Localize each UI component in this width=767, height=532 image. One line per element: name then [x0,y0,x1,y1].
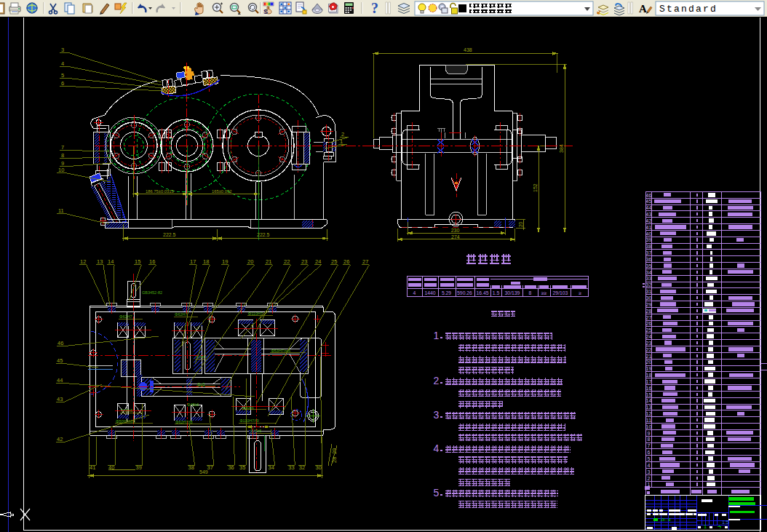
svg-text:Φo5: Φo5 [197,382,205,386]
svg-text:165±0.032: 165±0.032 [212,189,231,194]
svg-text:39: 39 [646,237,652,242]
svg-text:2: 2 [434,375,440,386]
svg-text:1: 1 [340,138,343,145]
svg-text:38: 38 [646,244,652,249]
svg-text:7: 7 [648,443,651,448]
svg-text:?: ? [371,0,378,16]
svg-text:186.75±0.0315: 186.75±0.0315 [146,189,174,194]
svg-text:45: 45 [646,199,652,204]
svg-text:24: 24 [646,334,652,339]
svg-text:25: 25 [646,327,652,333]
svg-text:22: 22 [646,347,652,352]
svg-text:3: 3 [434,409,440,421]
svg-text:14: 14 [108,258,114,265]
svg-text:Φ62H7: Φ62H7 [119,314,132,319]
svg-text:4: 4 [648,463,651,468]
svg-text:1:5: 1:5 [722,520,729,525]
svg-text:13: 13 [646,405,652,410]
svg-text:43: 43 [646,212,652,217]
svg-text:34: 34 [646,270,652,275]
svg-text:36: 36 [646,257,652,262]
svg-text:1.5: 1.5 [493,290,500,295]
svg-text:42: 42 [646,218,652,223]
svg-text:31: 31 [646,289,652,294]
svg-text:2: 2 [341,131,344,138]
svg-text:5: 5 [61,72,64,79]
svg-text:Φ110H7: Φ110H7 [248,311,263,316]
svg-text:GB3452-82: GB3452-82 [142,290,162,295]
svg-text:1: 1 [434,330,440,341]
svg-text:9: 9 [648,431,651,436]
svg-text:17: 17 [646,379,652,384]
svg-text:32: 32 [646,282,652,287]
svg-text:30/139: 30/139 [505,290,520,295]
svg-text:27: 27 [362,258,368,265]
svg-text:6: 6 [61,80,64,87]
svg-text:26: 26 [343,258,349,265]
svg-text:33: 33 [646,276,652,281]
svg-text:ZH--B: ZH--B [661,518,671,522]
svg-text:Φ45k6: Φ45k6 [187,402,199,407]
svg-text:21: 21 [266,258,271,265]
svg-text:35: 35 [646,263,652,269]
svg-text:40: 40 [646,231,652,237]
svg-text:18: 18 [646,373,652,378]
svg-text:9: 9 [61,160,64,167]
svg-text:16: 16 [149,258,155,265]
svg-text:24: 24 [315,258,321,265]
svg-text:7: 7 [61,144,64,151]
svg-text:230: 230 [451,228,460,233]
svg-text:274: 274 [451,234,460,239]
svg-text:3: 3 [61,47,64,53]
svg-text:3: 3 [648,469,651,475]
svg-text:44: 44 [646,205,652,210]
svg-text:43: 43 [57,396,63,402]
svg-text:23: 23 [646,341,652,346]
svg-text:1: 1 [704,523,707,530]
svg-text:20: 20 [646,360,652,365]
svg-text:4: 4 [413,290,416,295]
svg-text:46: 46 [646,193,652,198]
svg-text:10: 10 [646,424,652,429]
svg-text:20: 20 [247,258,253,265]
svg-text:5: 5 [648,456,651,461]
svg-text:2: 2 [648,476,651,481]
svg-text:Φ110H7/f9: Φ110H7/f9 [239,418,258,423]
svg-text:45: 45 [57,357,63,364]
svg-text:12: 12 [80,258,86,265]
svg-text:44: 44 [57,377,63,384]
svg-text:16.45: 16.45 [476,290,488,295]
svg-text:27: 27 [646,315,652,320]
svg-text:42: 42 [57,436,63,442]
svg-text:S: S [263,8,268,15]
svg-text:Φ40r6: Φ40r6 [250,429,261,433]
svg-text:29: 29 [646,302,652,307]
svg-text:30: 30 [646,295,652,301]
svg-text:4: 4 [434,442,440,454]
svg-text:1440: 1440 [424,290,435,295]
svg-text:22: 22 [284,258,290,265]
svg-text:Standard: Standard [659,4,718,15]
svg-text:A: A [639,3,647,15]
svg-text:590.26: 590.26 [457,290,472,295]
svg-text:8: 8 [61,152,64,159]
svg-text:26: 26 [646,321,652,326]
svg-text:14: 14 [646,398,652,403]
svg-text:222.5: 222.5 [257,232,270,237]
svg-text:11: 11 [58,207,64,214]
svg-text:≥≥: ≥≥ [541,290,547,295]
svg-text:17: 17 [190,258,196,265]
svg-text:29: 29 [331,448,338,454]
svg-text:438: 438 [464,47,472,52]
svg-text:46: 46 [57,340,63,346]
svg-text:152: 152 [533,183,538,192]
svg-text:29/103: 29/103 [553,290,568,295]
svg-text:10: 10 [58,167,64,173]
svg-text:Φ62H7: Φ62H7 [175,312,188,317]
svg-text:18: 18 [203,258,209,265]
svg-text:19: 19 [646,366,652,371]
svg-text:23: 23 [301,258,307,265]
svg-text:37: 37 [646,250,652,255]
svg-text:12: 12 [646,411,652,416]
svg-text:4: 4 [61,60,64,67]
